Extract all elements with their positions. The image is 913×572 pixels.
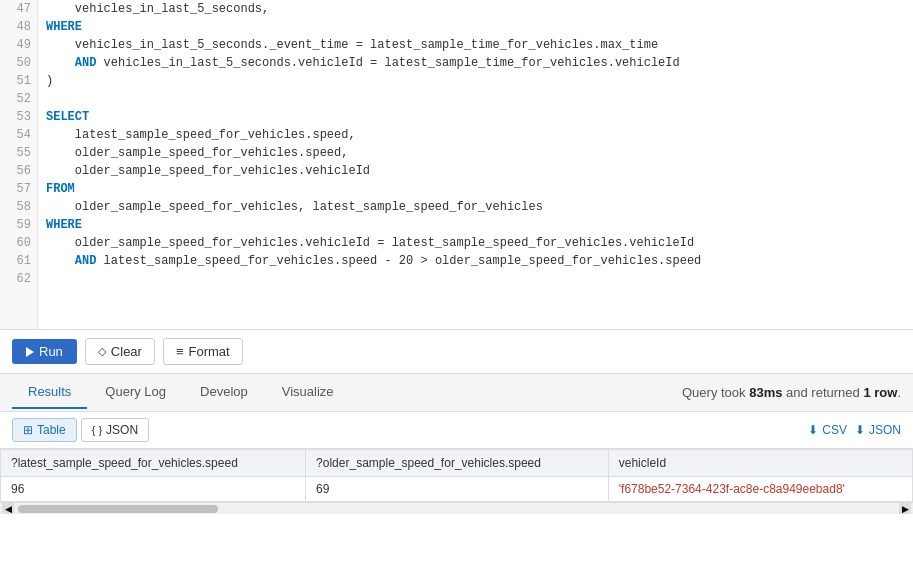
line-number: 58 <box>0 198 37 216</box>
scrollbar-thumb[interactable] <box>18 505 218 513</box>
line-number: 50 <box>0 54 37 72</box>
line-number: 53 <box>0 108 37 126</box>
results-table: ?latest_sample_speed_for_vehicles.speed … <box>0 449 913 502</box>
view-table-button[interactable]: ⊞ Table <box>12 418 77 442</box>
run-label: Run <box>39 344 63 359</box>
code-line: older_sample_speed_for_vehicles, latest_… <box>46 198 905 216</box>
export-json-label: JSON <box>869 423 901 437</box>
format-label: Format <box>189 344 230 359</box>
tab-visualize[interactable]: Visualize <box>266 376 350 409</box>
line-numbers: 47484950515253545556575859606162 <box>0 0 38 330</box>
code-line: latest_sample_speed_for_vehicles.speed, <box>46 126 905 144</box>
json-label: JSON <box>106 423 138 437</box>
code-line: WHERE <box>46 18 905 36</box>
code-line <box>46 270 905 288</box>
clear-button[interactable]: ◇ Clear <box>85 338 155 365</box>
format-icon: ≡ <box>176 344 184 359</box>
line-number: 60 <box>0 234 37 252</box>
code-line: older_sample_speed_for_vehicles.vehicleI… <box>46 162 905 180</box>
code-line: ) <box>46 72 905 90</box>
line-number: 47 <box>0 0 37 18</box>
export-buttons: ⬇ CSV ⬇ JSON <box>808 423 901 437</box>
code-line: SELECT <box>46 108 905 126</box>
line-number: 56 <box>0 162 37 180</box>
json-icon: { } <box>92 424 102 436</box>
table-header: ?latest_sample_speed_for_vehicles.speed … <box>1 450 913 477</box>
code-editor[interactable]: 47484950515253545556575859606162 vehicle… <box>0 0 913 330</box>
code-line: older_sample_speed_for_vehicles.speed, <box>46 144 905 162</box>
results-area: ⊞ Table { } JSON ⬇ CSV ⬇ JSON <box>0 412 913 514</box>
play-icon <box>26 347 34 357</box>
tab-develop[interactable]: Develop <box>184 376 264 409</box>
cell-vehicle-id: 'f678be52-7364-423f-ac8e-c8a949eebad8' <box>608 477 912 502</box>
clear-label: Clear <box>111 344 142 359</box>
horizontal-scrollbar[interactable]: ◀ ▶ <box>0 502 913 514</box>
download-json-icon: ⬇ <box>855 423 865 437</box>
line-number: 54 <box>0 126 37 144</box>
line-number: 59 <box>0 216 37 234</box>
line-number: 49 <box>0 36 37 54</box>
scroll-left-arrow[interactable]: ◀ <box>2 503 14 515</box>
run-button[interactable]: Run <box>12 339 77 364</box>
editor-toolbar: Run ◇ Clear ≡ Format <box>0 330 913 374</box>
line-number: 57 <box>0 180 37 198</box>
code-line: AND latest_sample_speed_for_vehicles.spe… <box>46 252 905 270</box>
query-row-count: 1 row <box>863 385 897 400</box>
query-status: Query took 83ms and returned 1 row. <box>682 385 901 400</box>
table-container: ?latest_sample_speed_for_vehicles.speed … <box>0 449 913 502</box>
csv-label: CSV <box>822 423 847 437</box>
header-row: ?latest_sample_speed_for_vehicles.speed … <box>1 450 913 477</box>
table-row: 96 69 'f678be52-7364-423f-ac8e-c8a949eeb… <box>1 477 913 502</box>
line-number: 51 <box>0 72 37 90</box>
results-toolbar: ⊞ Table { } JSON ⬇ CSV ⬇ JSON <box>0 412 913 449</box>
line-number: 61 <box>0 252 37 270</box>
line-number: 52 <box>0 90 37 108</box>
code-line: vehicles_in_last_5_seconds, <box>46 0 905 18</box>
cell-latest-speed: 96 <box>1 477 306 502</box>
code-line: older_sample_speed_for_vehicles.vehicleI… <box>46 234 905 252</box>
code-text[interactable]: vehicles_in_last_5_seconds,WHERE vehicle… <box>38 0 913 330</box>
tab-query-log[interactable]: Query Log <box>89 376 182 409</box>
col-older-speed: ?older_sample_speed_for_vehicles.speed <box>306 450 609 477</box>
tab-results[interactable]: Results <box>12 376 87 409</box>
diamond-icon: ◇ <box>98 345 106 358</box>
format-button[interactable]: ≡ Format <box>163 338 243 365</box>
table-label: Table <box>37 423 66 437</box>
export-json-button[interactable]: ⬇ JSON <box>855 423 901 437</box>
code-line: AND vehicles_in_last_5_seconds.vehicleId… <box>46 54 905 72</box>
view-json-button[interactable]: { } JSON <box>81 418 149 442</box>
table-icon: ⊞ <box>23 423 33 437</box>
col-latest-speed: ?latest_sample_speed_for_vehicles.speed <box>1 450 306 477</box>
code-line: FROM <box>46 180 905 198</box>
code-line <box>46 90 905 108</box>
table-body: 96 69 'f678be52-7364-423f-ac8e-c8a949eeb… <box>1 477 913 502</box>
download-csv-icon: ⬇ <box>808 423 818 437</box>
code-view: 47484950515253545556575859606162 vehicle… <box>0 0 913 330</box>
cell-older-speed: 69 <box>306 477 609 502</box>
results-tabs-bar: Results Query Log Develop Visualize Quer… <box>0 374 913 412</box>
col-vehicle-id: vehicleId <box>608 450 912 477</box>
code-line: WHERE <box>46 216 905 234</box>
line-number: 62 <box>0 270 37 288</box>
editor-scroll[interactable]: 47484950515253545556575859606162 vehicle… <box>0 0 913 330</box>
line-number: 48 <box>0 18 37 36</box>
query-duration: 83ms <box>749 385 782 400</box>
app-container: 47484950515253545556575859606162 vehicle… <box>0 0 913 514</box>
scroll-right-arrow[interactable]: ▶ <box>899 503 911 515</box>
export-csv-button[interactable]: ⬇ CSV <box>808 423 847 437</box>
code-line: vehicles_in_last_5_seconds._event_time =… <box>46 36 905 54</box>
line-number: 55 <box>0 144 37 162</box>
